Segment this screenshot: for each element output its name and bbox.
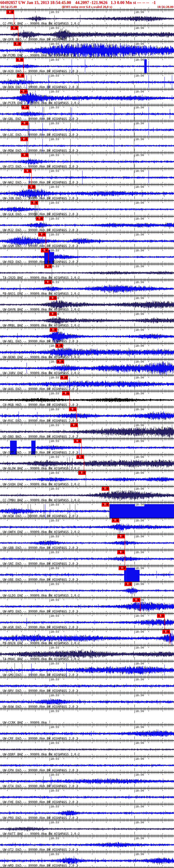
trace-row[interactable]: 18:55 18:56 UW DAVN BHZ -- 99999.0km BW … bbox=[0, 296, 174, 311]
pick-flag[interactable]: ×T4 bbox=[50, 328, 57, 332]
trace-row[interactable]: 18:55 18:56 UW RATT BHZ -- 99999.0km BW … bbox=[0, 820, 174, 836]
trace-row[interactable]: 18:55 18:56 UW RED EHZ -- 99999.0km BW H… bbox=[0, 248, 174, 264]
pick-flag[interactable]: ×T4 bbox=[20, 90, 27, 93]
pick-line[interactable] bbox=[109, 502, 109, 518]
trace-row[interactable]: 18:55 18:56 UW MJ2 EHZ -- 99999.0km BW H… bbox=[0, 216, 174, 232]
trace-row[interactable]: 18:55 18:56 UW PCFR EHZ -- 99999.0km BW … bbox=[0, 89, 174, 105]
pick-flag[interactable]: ×T4 bbox=[124, 582, 132, 586]
pick-line[interactable] bbox=[31, 168, 32, 184]
pick-line[interactable] bbox=[119, 518, 119, 534]
pick-flag[interactable]: ×T4 bbox=[28, 185, 35, 189]
trace-row[interactable]: 18:55 18:56 UW JUN EHZ -- 99999.0km BW H… bbox=[0, 184, 174, 200]
pick-flag[interactable]: ×T4 bbox=[57, 360, 64, 364]
trace-row[interactable]: 18:55 18:56 UW JORV EHZ -- 99999.0km BW … bbox=[0, 359, 174, 375]
trace-row[interactable]: 18:55 18:56 UW BVW EHZ -- 99999.0km BW H… bbox=[0, 693, 174, 709]
pick-flag[interactable]: ×T4 bbox=[13, 42, 21, 46]
trace-row[interactable]: 18:55 18:56 UW WPO EHZ -- 99999.0km BW H… bbox=[0, 597, 174, 613]
pick-flag[interactable]: ×T4 bbox=[49, 296, 57, 300]
pick-flag[interactable]: ×T4 bbox=[55, 344, 63, 348]
trace-row[interactable]: 18:55 18:56 UW WIW EHZ -- 99999.0km BW H… bbox=[0, 502, 174, 518]
pick-line[interactable] bbox=[28, 153, 29, 168]
pick-flag[interactable]: ×T4 bbox=[24, 169, 31, 173]
trace-row[interactable]: 18:55 18:56 UW YPT EHZ -- 99999.0km BW H… bbox=[0, 438, 174, 455]
pick-line[interactable] bbox=[52, 264, 52, 280]
trace-row[interactable]: 18:55 18:56 TA I02D BHZ -- 99999.0km BW … bbox=[0, 264, 174, 280]
pick-flag[interactable]: ×T4 bbox=[16, 58, 23, 62]
pick-flag[interactable]: ×T4 bbox=[62, 391, 69, 395]
trace-row[interactable]: 18:55 18:56 UW BEN EHZ -- 99999.0km BW H… bbox=[0, 73, 174, 89]
pick-flag[interactable]: ×T4 bbox=[36, 217, 43, 221]
trace-row[interactable]: 18:55 18:56 UW OT3 EHZ -- 99999.0km BW H… bbox=[0, 153, 174, 168]
pick-flag[interactable]: ×T4 bbox=[10, 26, 18, 30]
pick-flag[interactable]: ×T4 bbox=[22, 105, 29, 110]
trace-row[interactable]: 18:55 18:56 UW GLK EHZ -- 99999.0km BW H… bbox=[0, 200, 174, 216]
trace-row[interactable]: 18:55 18:56 CC TMBU BHZ -- 99999.0km BW … bbox=[0, 486, 174, 502]
trace-row[interactable]: 18:55 18:56 PB B031 EHZ -- 99999.0km BW … bbox=[0, 280, 174, 296]
trace-row[interactable]: 18:55 18:56 UW DDRF BHZ -- 99999.0km BW … bbox=[0, 740, 174, 756]
trace-row[interactable]: 18:55 18:56 UW ET4 EHZ -- 99999.0km BW H… bbox=[0, 772, 174, 788]
pick-flag[interactable]: ×T4 bbox=[117, 534, 125, 538]
trace-row[interactable]: 18:55 18:56 UW LOC EHZ -- 99999.0km BW H… bbox=[0, 121, 174, 136]
trace-row[interactable]: 18:55 18:56 CN MGB HHZ -- 99999.0km BW H… bbox=[0, 391, 174, 407]
trace-row[interactable]: 18:55 18:56 UW VBE EHZ -- 99999.0km BW H… bbox=[0, 566, 174, 582]
trace-row[interactable]: 18:55 18:56 PB B928 EHZ -- 99999.0km BW … bbox=[0, 629, 174, 645]
pick-flag[interactable]: ×T4 bbox=[21, 137, 28, 141]
trace-row[interactable]: 18:55 18:56 UW SVQH EHZ -- 99999.0km BW … bbox=[0, 470, 174, 486]
pick-flag[interactable]: ×T4 bbox=[49, 312, 57, 316]
trace-row[interactable]: 18:55 18:56 UW BEND EHZ -- 99999.0km BW … bbox=[0, 343, 174, 359]
pick-flag[interactable]: ×T4 bbox=[44, 280, 52, 284]
pick-flag[interactable]: ×T4 bbox=[41, 248, 48, 252]
pick-flag[interactable]: ×T4 bbox=[162, 630, 170, 634]
pick-flag[interactable]: ×T4 bbox=[119, 566, 126, 570]
trace-row[interactable]: 18:55 18:56 UO DBO BHZ -- 99999.0km BW H… bbox=[0, 423, 174, 438]
pick-line[interactable] bbox=[69, 391, 70, 407]
trace-row[interactable]: 18:55 18:56 UW UWFH EHZ -- 99999.0km BW … bbox=[0, 518, 174, 534]
pick-flag[interactable]: ×T4 bbox=[69, 407, 77, 411]
trace-row[interactable]: 18:55 18:56 UW BRV EHZ -- 99999.0km BW H… bbox=[0, 677, 174, 693]
pick-flag[interactable]: ×T4 bbox=[70, 423, 78, 427]
trace-row[interactable]: 18:55 18:56 UW ASR EHZ -- 99999.0km BW H… bbox=[0, 613, 174, 629]
pick-line[interactable] bbox=[48, 248, 49, 264]
trace-row[interactable]: 18:55 18:56 UW GBB EHZ -- 99999.0km BW H… bbox=[0, 534, 174, 550]
pick-flag[interactable]: ×T4 bbox=[21, 153, 28, 157]
trace-row[interactable]: 18:55 18:56 UW MDW EHZ -- 99999.0km BW H… bbox=[0, 136, 174, 153]
pick-line[interactable] bbox=[14, 9, 14, 25]
pick-flag[interactable]: ×T4 bbox=[38, 232, 46, 237]
pick-line[interactable] bbox=[170, 629, 170, 645]
pick-flag[interactable]: ×T4 bbox=[74, 439, 81, 443]
trace-row[interactable]: 18:55 18:56 UW MRBL BHZ -- 99999.0km BW … bbox=[0, 311, 174, 327]
pick-line[interactable] bbox=[86, 470, 86, 486]
pick-line[interactable] bbox=[28, 121, 29, 136]
pick-line[interactable] bbox=[43, 216, 44, 232]
pick-line[interactable] bbox=[63, 343, 63, 359]
trace-row[interactable]: 18:55 18:56 UW GLDO EHZ -- 99999.0km BW … bbox=[0, 582, 174, 597]
pick-flag[interactable]: ×T4 bbox=[17, 73, 24, 78]
pick-line[interactable] bbox=[109, 486, 109, 502]
pick-line[interactable] bbox=[21, 41, 21, 57]
trace-row[interactable]: 18:55 18:56 UW WA2 EHZ -- 99999.0km BW H… bbox=[0, 168, 174, 184]
trace-row[interactable]: 18:55 18:56 UW SNI EHZ -- 99999.0km BW H… bbox=[0, 550, 174, 566]
trace-row[interactable]: 18:55 18:56 UW CRF EHZ -- 99999.0km BW H… bbox=[0, 724, 174, 740]
pick-flag[interactable]: ×T4 bbox=[30, 201, 38, 205]
pick-line[interactable] bbox=[23, 57, 24, 73]
trace-row[interactable]: 18:55 18:56 UW FHE EHZ -- 99999.0km BW H… bbox=[0, 788, 174, 804]
pick-line[interactable] bbox=[18, 25, 18, 41]
pick-line[interactable] bbox=[27, 89, 28, 105]
pick-line[interactable] bbox=[140, 597, 140, 613]
trace-row[interactable]: 18:55 18:56 UW AUG EHZ -- 99999.0km BW H… bbox=[0, 375, 174, 391]
pick-line[interactable] bbox=[132, 582, 132, 597]
trace-row[interactable]: 18:55 18:56 UW EPH EHZ -- 99999.0km BW H… bbox=[0, 756, 174, 772]
pick-flag[interactable]: ×T4 bbox=[133, 598, 140, 602]
trace-row[interactable]: 18:55 18:56 UW GMO EHZ -- 99999.0km BW H… bbox=[0, 661, 174, 677]
pick-flag[interactable]: ×T4 bbox=[44, 264, 52, 268]
trace-row[interactable]: 18:55 18:56 UW RVC EHZ -- 99999.0km BW H… bbox=[0, 407, 174, 423]
pick-line[interactable] bbox=[78, 423, 78, 438]
pick-flag[interactable]: ×T4 bbox=[6, 10, 14, 14]
trace-row[interactable]: 18:55 18:56 UW VT2 EHZ -- 99999.0km BW H… bbox=[0, 836, 174, 851]
pick-line[interactable] bbox=[57, 327, 57, 343]
trace-row[interactable]: 18:55 18:56 UW NEL EHZ -- 99999.0km BW H… bbox=[0, 327, 174, 343]
trace-row[interactable]: 18:55 18:56 UW OFR BHZ -- 99999.0km BW H… bbox=[0, 25, 174, 41]
trace-row[interactable]: 18:55 18:56 TA M04C BHZ -- 99999.0km BW … bbox=[0, 645, 174, 661]
pick-flag[interactable]: ×T4 bbox=[157, 614, 165, 618]
pick-line[interactable] bbox=[52, 280, 52, 296]
